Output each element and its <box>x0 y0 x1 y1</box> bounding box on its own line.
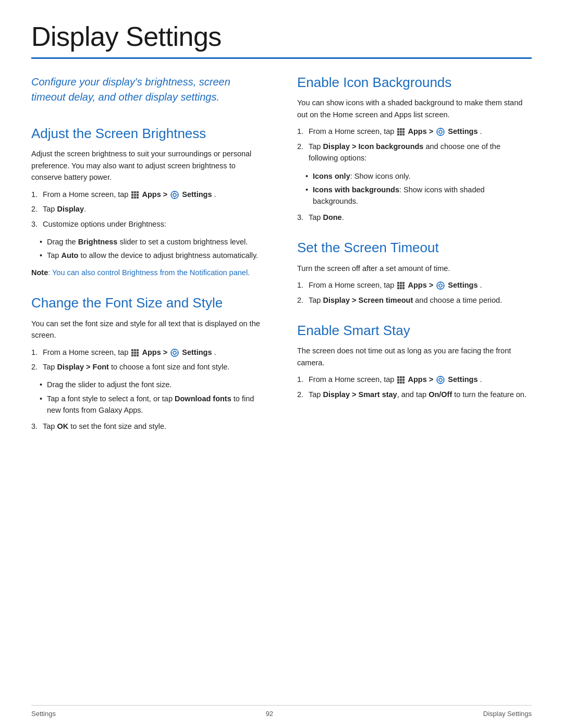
svg-rect-7 <box>134 196 136 199</box>
svg-point-54 <box>437 282 444 289</box>
settings-icon-2 <box>170 349 179 357</box>
svg-rect-31 <box>400 128 402 130</box>
font-steps: 1. From a Home screen, tap <box>31 347 266 373</box>
svg-rect-8 <box>137 196 139 199</box>
svg-rect-15 <box>131 349 133 351</box>
smart-stay-step-2: 2. Tap Display > Smart stay, and tap On/… <box>297 389 532 400</box>
section-icon-bg-body: You can show icons with a shaded backgro… <box>297 97 532 120</box>
svg-point-25 <box>173 351 176 354</box>
svg-rect-61 <box>400 376 402 378</box>
apps-icon-2 <box>131 349 139 357</box>
font-steps-2: 3. Tap OK to set the font size and style… <box>31 421 266 432</box>
timeout-step-2: 2. Tap Display > Screen timeout and choo… <box>297 294 532 306</box>
section-smart-stay: Enable Smart Stay The screen does not ti… <box>297 323 532 400</box>
svg-point-40 <box>439 130 442 133</box>
font-step-1: 1. From a Home screen, tap <box>31 347 266 358</box>
svg-point-55 <box>439 284 442 287</box>
svg-rect-36 <box>397 133 399 135</box>
settings-icon-4 <box>436 281 445 290</box>
font-bullets: Drag the slider to adjust the font size.… <box>40 379 266 416</box>
section-icon-bg: Enable Icon Backgrounds You can show ico… <box>297 75 532 223</box>
svg-rect-1 <box>134 191 136 193</box>
svg-rect-38 <box>402 133 405 135</box>
svg-rect-0 <box>131 191 133 193</box>
brightness-bullet-2: Tap Auto to allow the device to adjust b… <box>40 250 266 261</box>
brightness-step-2: 2. Tap Display. <box>31 203 266 215</box>
svg-point-70 <box>439 378 442 381</box>
icon-bg-steps-2: 3. Tap Done. <box>297 212 532 223</box>
icon-bg-step-2: 2. Tap Display > Icon backgrounds and ch… <box>297 141 532 164</box>
svg-rect-22 <box>134 354 136 356</box>
icon-bg-steps: 1. From a Home screen, tap <box>297 126 532 164</box>
section-smart-stay-body: The screen does not time out as long as … <box>297 345 532 368</box>
page-title: Display Settings <box>31 21 532 52</box>
svg-rect-30 <box>397 128 399 130</box>
svg-rect-51 <box>397 287 399 289</box>
svg-rect-49 <box>400 285 402 287</box>
svg-rect-60 <box>397 376 399 378</box>
brightness-step-1: 1. From a Home screen, tap <box>31 189 266 200</box>
svg-rect-53 <box>402 287 405 289</box>
svg-rect-21 <box>131 354 133 356</box>
svg-rect-48 <box>397 285 399 287</box>
svg-point-9 <box>171 191 178 199</box>
footer-center: 92 <box>266 710 273 718</box>
svg-rect-52 <box>400 287 402 289</box>
svg-rect-68 <box>402 381 405 384</box>
section-font: Change the Font Size and Style You can s… <box>31 295 266 432</box>
svg-point-24 <box>171 349 178 356</box>
svg-rect-18 <box>131 352 133 354</box>
icon-bg-bullet-1: Icons only: Show icons only. <box>305 170 532 182</box>
font-step-2: 2. Tap Display > Font to choose a font s… <box>31 361 266 373</box>
settings-icon-5 <box>436 376 445 384</box>
icon-bg-step-1: 1. From a Home screen, tap <box>297 126 532 137</box>
svg-rect-5 <box>137 194 139 196</box>
svg-rect-16 <box>134 349 136 351</box>
icon-bg-step-3: 3. Tap Done. <box>297 212 532 223</box>
apps-icon-5 <box>397 376 405 384</box>
svg-point-69 <box>437 376 444 384</box>
svg-rect-32 <box>402 128 405 130</box>
brightness-note: Note: You can also control Brightness fr… <box>31 267 266 278</box>
svg-rect-62 <box>402 376 405 378</box>
svg-rect-65 <box>402 379 405 381</box>
svg-rect-37 <box>400 133 402 135</box>
svg-rect-66 <box>397 381 399 384</box>
svg-rect-33 <box>397 131 399 133</box>
svg-rect-50 <box>402 285 405 287</box>
footer-left: Settings <box>31 710 56 718</box>
smart-stay-steps: 1. From a Home screen, tap <box>297 374 532 400</box>
page-container: Display Settings Configure your display'… <box>0 0 563 480</box>
settings-icon-1 <box>170 191 179 199</box>
font-step-3: 3. Tap OK to set the font size and style… <box>31 421 266 432</box>
svg-rect-45 <box>397 282 399 284</box>
apps-icon-1 <box>131 191 139 199</box>
svg-rect-35 <box>402 131 405 133</box>
svg-rect-2 <box>137 191 139 193</box>
section-icon-bg-heading: Enable Icon Backgrounds <box>297 75 532 91</box>
right-column: Enable Icon Backgrounds You can show ico… <box>297 75 532 417</box>
section-font-body: You can set the font size and style for … <box>31 318 266 341</box>
section-brightness-body: Adjust the screen brightness to suit you… <box>31 148 266 183</box>
font-bullet-1: Drag the slider to adjust the font size. <box>40 379 266 390</box>
timeout-steps: 1. From a Home screen, tap <box>297 279 532 306</box>
svg-rect-3 <box>131 194 133 196</box>
main-content: Configure your display's brightness, scr… <box>31 75 532 449</box>
section-screen-timeout: Set the Screen Timeout Turn the screen o… <box>297 240 532 306</box>
section-smart-stay-heading: Enable Smart Stay <box>297 323 532 339</box>
svg-rect-63 <box>397 379 399 381</box>
svg-point-10 <box>173 193 176 196</box>
section-font-heading: Change the Font Size and Style <box>31 295 266 311</box>
section-screen-timeout-heading: Set the Screen Timeout <box>297 240 532 256</box>
svg-rect-47 <box>402 282 405 284</box>
font-bullet-2: Tap a font style to select a font, or ta… <box>40 393 266 416</box>
title-divider <box>31 57 532 59</box>
svg-rect-6 <box>131 196 133 199</box>
svg-rect-23 <box>137 354 139 356</box>
page-intro: Configure your display's brightness, scr… <box>31 75 255 105</box>
apps-icon-3 <box>397 128 405 136</box>
timeout-step-1: 1. From a Home screen, tap <box>297 279 532 291</box>
page-footer: Settings 92 Display Settings <box>31 705 532 718</box>
apps-icon-4 <box>397 281 405 290</box>
svg-rect-19 <box>134 352 136 354</box>
